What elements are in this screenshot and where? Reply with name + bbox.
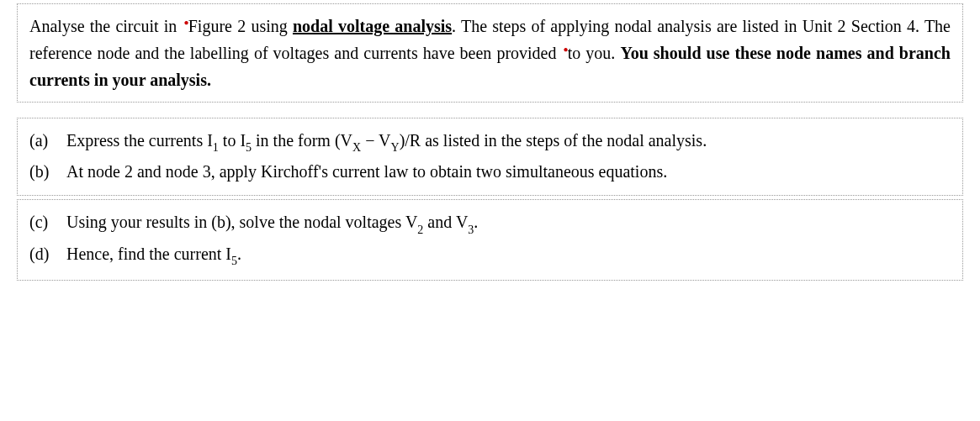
txt: and V: [423, 213, 468, 231]
item-label: (d): [29, 240, 66, 270]
intro-text-4: you.: [580, 44, 620, 62]
intro-figure: Figure 2: [188, 17, 246, 35]
item-d: (d) Hence, find the current I5.: [29, 240, 951, 270]
intro-text-1: Analyse the circuit in: [29, 17, 182, 35]
txt: Using your results in (b), solve the nod…: [66, 213, 417, 231]
subscript: 5: [246, 141, 252, 154]
question-parts-ab: (a) Express the currents I1 to I5 in the…: [17, 118, 963, 196]
subscript: 1: [213, 141, 219, 154]
subscript: Y: [391, 141, 400, 154]
item-b: (b) At node 2 and node 3, apply Kirchoff…: [29, 158, 951, 185]
subscript: 2: [417, 224, 423, 236]
txt: − V: [361, 131, 390, 150]
item-text: Hence, find the current I5.: [66, 240, 951, 270]
subscript: X: [352, 141, 361, 154]
marker-dot: ●: [564, 45, 569, 54]
intro-text-2: using: [246, 17, 293, 35]
item-text: Using your results in (b), solve the nod…: [66, 208, 951, 238]
item-label: (b): [29, 158, 66, 185]
subscript: 3: [468, 224, 474, 236]
item-c: (c) Using your results in (b), solve the…: [29, 208, 951, 238]
txt: in the form (V: [252, 131, 352, 150]
question-intro: Analyse the circuit in ●Figure 2 using n…: [17, 3, 963, 103]
item-label: (c): [29, 208, 66, 238]
subscript: 5: [231, 255, 237, 267]
txt: Hence, find the current I: [66, 245, 231, 263]
intro-to: to: [568, 44, 581, 62]
marker-dot: ●: [183, 18, 189, 27]
txt: .: [474, 213, 478, 231]
intro-method: nodal voltage analysis: [293, 17, 452, 35]
item-text: Express the currents I1 to I5 in the for…: [66, 127, 951, 156]
txt: .: [237, 245, 241, 263]
txt: to I: [219, 131, 246, 150]
question-parts-cd: (c) Using your results in (b), solve the…: [17, 199, 963, 281]
txt: )/R as listed in the steps of the nodal …: [400, 131, 707, 150]
item-a: (a) Express the currents I1 to I5 in the…: [29, 127, 951, 156]
item-label: (a): [29, 127, 66, 156]
item-text: At node 2 and node 3, apply Kirchoff's c…: [66, 158, 951, 185]
txt: Express the currents I: [66, 131, 213, 150]
